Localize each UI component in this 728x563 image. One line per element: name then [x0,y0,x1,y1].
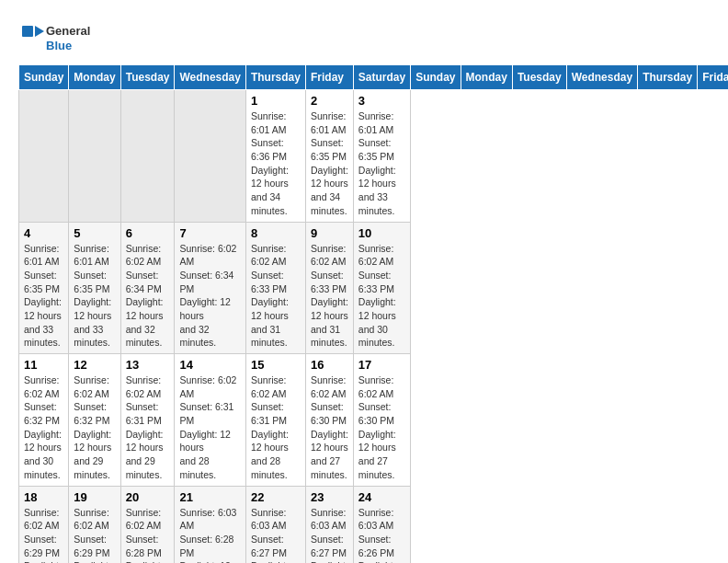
calendar-table: SundayMondayTuesdayWednesdayThursdayFrid… [18,64,728,563]
day-number: 8 [251,226,301,240]
page-header: General Blue [18,18,710,55]
day-of-week-header: Thursday [638,65,698,90]
day-info: Sunrise: 6:02 AM Sunset: 6:32 PM Dayligh… [74,373,115,482]
day-of-week-header: Tuesday [120,65,175,90]
day-number: 16 [311,358,348,372]
calendar-week-row: 1Sunrise: 6:01 AM Sunset: 6:36 PM Daylig… [19,90,729,223]
day-number: 18 [24,490,63,504]
logo-svg: General Blue [18,18,101,55]
calendar-cell: 1Sunrise: 6:01 AM Sunset: 6:36 PM Daylig… [245,90,305,223]
day-number: 14 [179,358,240,372]
day-number: 23 [311,490,348,504]
calendar-cell [120,90,175,223]
calendar-cell: 13Sunrise: 6:02 AM Sunset: 6:31 PM Dayli… [120,354,175,487]
day-info: Sunrise: 6:02 AM Sunset: 6:31 PM Dayligh… [251,373,301,482]
calendar-cell: 21Sunrise: 6:03 AM Sunset: 6:28 PM Dayli… [175,486,245,563]
calendar-cell: 14Sunrise: 6:02 AM Sunset: 6:31 PM Dayli… [175,354,245,487]
day-info: Sunrise: 6:02 AM Sunset: 6:34 PM Dayligh… [179,242,240,350]
day-number: 7 [179,226,240,240]
calendar-cell: 16Sunrise: 6:02 AM Sunset: 6:30 PM Dayli… [305,354,353,487]
calendar-cell: 6Sunrise: 6:02 AM Sunset: 6:34 PM Daylig… [120,222,175,354]
calendar-cell: 23Sunrise: 6:03 AM Sunset: 6:27 PM Dayli… [305,486,353,563]
calendar-week-row: 11Sunrise: 6:02 AM Sunset: 6:32 PM Dayli… [19,354,729,487]
day-info: Sunrise: 6:02 AM Sunset: 6:31 PM Dayligh… [179,373,240,482]
day-info: Sunrise: 6:01 AM Sunset: 6:35 PM Dayligh… [358,109,405,218]
calendar-cell: 15Sunrise: 6:02 AM Sunset: 6:31 PM Dayli… [245,354,305,487]
calendar-cell: 12Sunrise: 6:02 AM Sunset: 6:32 PM Dayli… [69,354,120,487]
day-info: Sunrise: 6:02 AM Sunset: 6:29 PM Dayligh… [24,506,63,564]
day-info: Sunrise: 6:02 AM Sunset: 6:33 PM Dayligh… [311,242,348,350]
day-number: 15 [251,358,301,372]
logo: General Blue [18,18,101,55]
day-number: 4 [24,226,63,240]
calendar-cell: 10Sunrise: 6:02 AM Sunset: 6:33 PM Dayli… [353,222,410,354]
day-number: 10 [358,226,405,240]
calendar-cell: 5Sunrise: 6:01 AM Sunset: 6:35 PM Daylig… [69,222,120,354]
day-of-week-header: Sunday [19,65,69,90]
svg-marker-2 [35,26,44,37]
svg-rect-3 [22,26,33,37]
calendar-cell: 8Sunrise: 6:02 AM Sunset: 6:33 PM Daylig… [245,222,305,354]
day-number: 19 [74,490,115,504]
day-info: Sunrise: 6:02 AM Sunset: 6:32 PM Dayligh… [24,373,63,482]
day-info: Sunrise: 6:01 AM Sunset: 6:35 PM Dayligh… [74,242,115,350]
day-info: Sunrise: 6:02 AM Sunset: 6:28 PM Dayligh… [126,506,170,564]
day-of-week-header: Tuesday [512,65,566,90]
day-number: 9 [311,226,348,240]
day-of-week-header: Monday [69,65,120,90]
day-info: Sunrise: 6:02 AM Sunset: 6:33 PM Dayligh… [358,242,405,350]
day-of-week-header: Wednesday [175,65,245,90]
day-of-week-header: Friday [305,65,353,90]
day-of-week-header: Sunday [411,65,461,90]
day-of-week-header: Monday [461,65,512,90]
day-of-week-header: Wednesday [566,65,637,90]
day-number: 12 [74,358,115,372]
day-number: 2 [311,94,348,108]
day-info: Sunrise: 6:01 AM Sunset: 6:35 PM Dayligh… [311,109,348,218]
day-info: Sunrise: 6:01 AM Sunset: 6:36 PM Dayligh… [251,109,301,218]
day-info: Sunrise: 6:02 AM Sunset: 6:29 PM Dayligh… [74,506,115,564]
day-of-week-header: Saturday [353,65,410,90]
calendar-header-row: SundayMondayTuesdayWednesdayThursdayFrid… [19,65,729,90]
svg-text:General: General [46,24,90,38]
calendar-cell: 11Sunrise: 6:02 AM Sunset: 6:32 PM Dayli… [19,354,69,487]
day-number: 24 [358,490,405,504]
calendar-cell: 18Sunrise: 6:02 AM Sunset: 6:29 PM Dayli… [19,486,69,563]
day-number: 5 [74,226,115,240]
day-info: Sunrise: 6:03 AM Sunset: 6:27 PM Dayligh… [311,506,348,564]
calendar-cell: 22Sunrise: 6:03 AM Sunset: 6:27 PM Dayli… [245,486,305,563]
day-number: 11 [24,358,63,372]
day-info: Sunrise: 6:01 AM Sunset: 6:35 PM Dayligh… [24,242,63,350]
calendar-week-row: 4Sunrise: 6:01 AM Sunset: 6:35 PM Daylig… [19,222,729,354]
day-of-week-header: Thursday [245,65,305,90]
day-number: 13 [126,358,170,372]
calendar-cell: 20Sunrise: 6:02 AM Sunset: 6:28 PM Dayli… [120,486,175,563]
day-number: 17 [358,358,405,372]
day-info: Sunrise: 6:02 AM Sunset: 6:31 PM Dayligh… [126,373,170,482]
calendar-cell [175,90,245,223]
calendar-cell: 17Sunrise: 6:02 AM Sunset: 6:30 PM Dayli… [353,354,410,487]
day-number: 20 [126,490,170,504]
day-number: 1 [251,94,301,108]
day-info: Sunrise: 6:03 AM Sunset: 6:27 PM Dayligh… [251,506,301,564]
calendar-cell: 9Sunrise: 6:02 AM Sunset: 6:33 PM Daylig… [305,222,353,354]
calendar-cell [69,90,120,223]
day-number: 6 [126,226,170,240]
calendar-cell: 24Sunrise: 6:03 AM Sunset: 6:26 PM Dayli… [353,486,410,563]
svg-text:Blue: Blue [46,39,72,52]
day-info: Sunrise: 6:02 AM Sunset: 6:33 PM Dayligh… [251,242,301,350]
day-number: 3 [358,94,405,108]
calendar-week-row: 18Sunrise: 6:02 AM Sunset: 6:29 PM Dayli… [19,486,729,563]
day-of-week-header: Friday [698,65,728,90]
day-info: Sunrise: 6:03 AM Sunset: 6:26 PM Dayligh… [358,506,405,564]
day-number: 22 [251,490,301,504]
calendar-cell: 19Sunrise: 6:02 AM Sunset: 6:29 PM Dayli… [69,486,120,563]
day-info: Sunrise: 6:02 AM Sunset: 6:34 PM Dayligh… [126,242,170,350]
day-info: Sunrise: 6:02 AM Sunset: 6:30 PM Dayligh… [311,373,348,482]
calendar-cell: 3Sunrise: 6:01 AM Sunset: 6:35 PM Daylig… [353,90,410,223]
calendar-cell: 2Sunrise: 6:01 AM Sunset: 6:35 PM Daylig… [305,90,353,223]
calendar-cell [19,90,69,223]
calendar-cell: 7Sunrise: 6:02 AM Sunset: 6:34 PM Daylig… [175,222,245,354]
calendar-cell: 4Sunrise: 6:01 AM Sunset: 6:35 PM Daylig… [19,222,69,354]
day-info: Sunrise: 6:03 AM Sunset: 6:28 PM Dayligh… [179,506,240,564]
